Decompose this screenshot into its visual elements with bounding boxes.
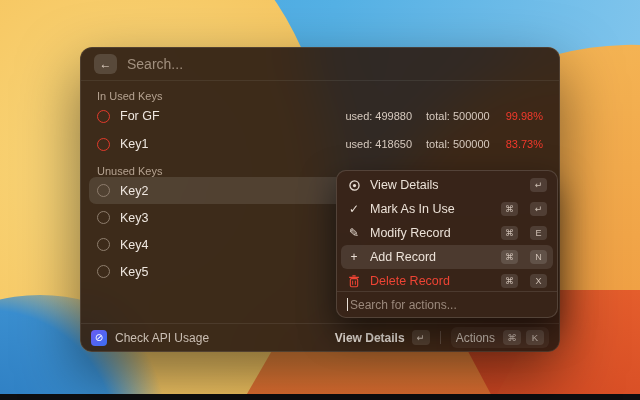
menu-item-label: Add Record: [370, 250, 436, 264]
return-key-icon: ↵: [412, 330, 430, 345]
section-label-in-used-keys: In Used Keys: [97, 90, 543, 102]
extension-name: Check API Usage: [115, 331, 209, 345]
list-item-for-gf[interactable]: For GF used: 499880 total: 500000 99.98%: [89, 102, 551, 130]
menu-item-view-details[interactable]: View Details ↵: [341, 173, 553, 197]
return-key-icon: ↵: [530, 178, 547, 192]
menu-item-add-record[interactable]: + Add Record ⌘ N: [341, 245, 553, 269]
back-arrow-icon: ←: [100, 57, 112, 71]
key-name: Key5: [120, 265, 149, 279]
check-icon: ✓: [347, 202, 361, 216]
key-unused-status-icon: [97, 184, 110, 197]
key-unused-status-icon: [97, 211, 110, 224]
actions-button[interactable]: Actions ⌘ K: [451, 327, 549, 348]
menu-item-mark-as-in-use[interactable]: ✓ Mark As In Use ⌘ ↵: [341, 197, 553, 221]
command-key-icon: ⌘: [501, 202, 518, 216]
menu-item-label: Delete Record: [370, 274, 450, 288]
menu-item-label: Modify Record: [370, 226, 451, 240]
app-logo-icon: ⊘: [95, 332, 103, 343]
search-header: ←: [81, 48, 559, 81]
return-key-icon: ↵: [530, 202, 547, 216]
n-key-icon: N: [530, 250, 547, 264]
plus-icon: +: [347, 250, 361, 264]
pencil-icon: ✎: [347, 226, 361, 240]
used-count: used: 499880: [345, 110, 412, 122]
key-used-status-icon: [97, 138, 110, 151]
command-key-icon: ⌘: [501, 226, 518, 240]
k-key-icon: K: [526, 330, 544, 345]
screen-bottom-strip: [0, 394, 640, 400]
key-name: Key2: [120, 184, 149, 198]
command-key-icon: ⌘: [503, 330, 521, 345]
search-input[interactable]: [127, 56, 546, 72]
usage-percent: 83.73%: [506, 138, 543, 150]
actions-menu: View Details ↵ ✓ Mark As In Use ⌘ ↵ ✎ Mo…: [336, 170, 558, 318]
used-count: used: 418650: [345, 138, 412, 150]
actions-search-field[interactable]: Search for actions...: [337, 291, 557, 317]
view-details-label: View Details: [335, 331, 405, 345]
eye-icon: [347, 179, 361, 192]
key-name: For GF: [120, 109, 160, 123]
footer-divider: [440, 331, 441, 344]
total-count: total: 500000: [426, 110, 490, 122]
extension-app-icon: ⊘: [91, 330, 107, 346]
total-count: total: 500000: [426, 138, 490, 150]
menu-item-label: View Details: [370, 178, 439, 192]
usage-percent: 99.98%: [506, 110, 543, 122]
text-cursor: [347, 298, 348, 311]
key-name: Key1: [120, 137, 149, 151]
key-unused-status-icon: [97, 265, 110, 278]
actions-label: Actions: [456, 331, 495, 345]
key-unused-status-icon: [97, 238, 110, 251]
view-details-button[interactable]: View Details ↵: [335, 330, 430, 345]
e-key-icon: E: [530, 226, 547, 240]
back-button[interactable]: ←: [94, 54, 117, 74]
menu-item-delete-record[interactable]: Delete Record ⌘ X: [341, 269, 553, 291]
key-name: Key4: [120, 238, 149, 252]
menu-item-modify-record[interactable]: ✎ Modify Record ⌘ E: [341, 221, 553, 245]
actions-search-placeholder: Search for actions...: [350, 298, 457, 312]
command-key-icon: ⌘: [501, 274, 518, 288]
trash-icon: [347, 275, 361, 288]
window-footer: ⊘ Check API Usage View Details ↵ Actions…: [81, 323, 559, 351]
key-used-status-icon: [97, 110, 110, 123]
x-key-icon: X: [530, 274, 547, 288]
menu-item-label: Mark As In Use: [370, 202, 455, 216]
list-item-key1[interactable]: Key1 used: 418650 total: 500000 83.73%: [89, 130, 551, 158]
actions-menu-list: View Details ↵ ✓ Mark As In Use ⌘ ↵ ✎ Mo…: [337, 171, 557, 291]
key-name: Key3: [120, 211, 149, 225]
command-key-icon: ⌘: [501, 250, 518, 264]
